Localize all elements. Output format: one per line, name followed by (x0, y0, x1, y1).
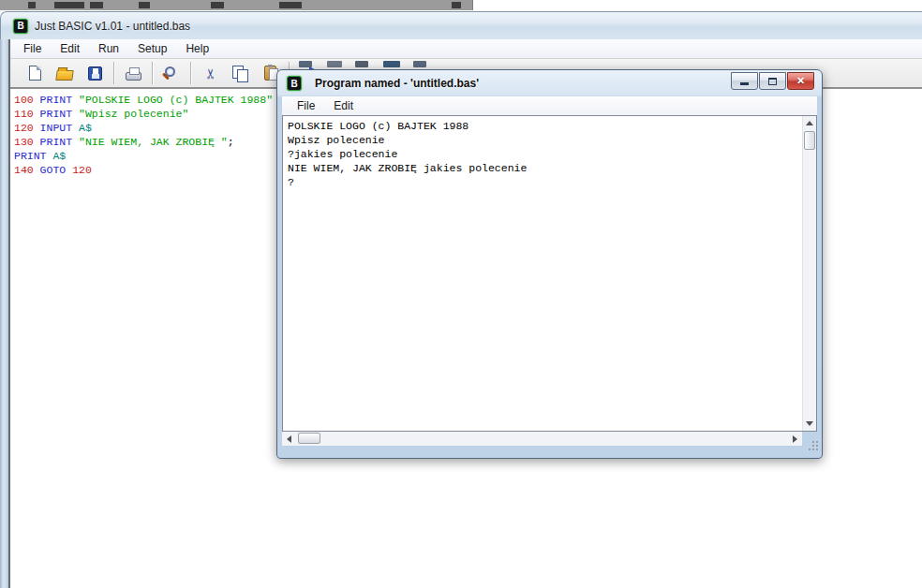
caption-buttons: ✕ (730, 72, 814, 90)
menu-run[interactable]: Run (89, 40, 128, 57)
find-button[interactable] (161, 63, 182, 83)
paste-icon (264, 66, 276, 81)
print-button[interactable] (123, 63, 143, 83)
background-window-artifact (28, 2, 36, 8)
scroll-right-button[interactable] (788, 432, 802, 446)
open-folder-icon (55, 70, 74, 81)
menu-setup[interactable]: Setup (128, 40, 176, 57)
output-text: POLSKIE LOGO (c) BAJTEK 1988Wpisz polece… (283, 116, 802, 431)
screen: B Just BASIC v1.01 - untitled.bas File E… (0, 0, 922, 588)
background-window-artifact (139, 2, 150, 8)
output-line: NIE WIEM, JAK ZROBIĘ jakies polecenie (288, 161, 802, 175)
cut-icon: ✂ (202, 67, 216, 80)
dialog-menu-file[interactable]: File (288, 97, 324, 114)
dialog-menubar: File Edit (282, 96, 817, 115)
toolbar-icon-partial (327, 61, 342, 67)
open-file-button[interactable] (54, 63, 75, 83)
toolbar-icon-partial (413, 61, 426, 67)
scroll-left-button[interactable] (282, 432, 296, 446)
horizontal-scroll-thumb[interactable] (298, 433, 320, 444)
background-window-artifact (452, 2, 461, 8)
copy-icon (232, 66, 247, 81)
save-button[interactable] (84, 63, 105, 83)
toolbar-icon-partial (383, 61, 400, 67)
toolbar-separator (190, 62, 191, 84)
menu-help[interactable]: Help (176, 40, 218, 57)
background-window-artifact (211, 2, 224, 8)
menu-edit[interactable]: Edit (51, 40, 89, 57)
output-line: POLSKIE LOGO (c) BAJTEK 1988 (288, 119, 802, 133)
window-left-frame (0, 39, 8, 588)
background-window-fragment (0, 0, 473, 10)
close-icon: ✕ (796, 76, 805, 86)
menu-file[interactable]: File (14, 40, 51, 57)
background-window-artifact (279, 2, 302, 8)
vertical-scrollbar[interactable] (802, 116, 816, 431)
save-icon (88, 66, 102, 81)
new-file-button[interactable] (24, 63, 45, 83)
scroll-up-button[interactable] (803, 116, 816, 130)
resize-grip[interactable] (802, 432, 817, 446)
output-line: ? (288, 175, 802, 189)
toolbar-separator (152, 62, 153, 84)
horizontal-scrollbar[interactable] (282, 432, 802, 446)
output-line: Wpisz polecenie (288, 133, 802, 147)
program-output-window: B Program named - 'untitled.bas' ✕ File … (276, 69, 823, 459)
minimize-icon (740, 82, 749, 85)
dialog-titlebar[interactable]: B Program named - 'untitled.bas' ✕ (277, 70, 822, 96)
toolbar-icon-partial (299, 61, 312, 67)
main-titlebar[interactable]: B Just BASIC v1.01 - untitled.bas (0, 11, 922, 39)
toolbar-icon-partial (355, 61, 368, 67)
output-line: ?jakies polecenie (288, 147, 802, 161)
vertical-scroll-thumb[interactable] (804, 131, 815, 150)
copy-button[interactable] (230, 63, 250, 83)
output-panel[interactable]: POLSKIE LOGO (c) BAJTEK 1988Wpisz polece… (282, 115, 817, 432)
arrow-down-icon (806, 421, 813, 426)
toolbar-separator (113, 62, 114, 84)
main-window-title: Just BASIC v1.01 - untitled.bas (35, 20, 190, 33)
app-icon: B (13, 19, 28, 34)
arrow-right-icon (793, 435, 797, 443)
dialog-title: Program named - 'untitled.bas' (315, 77, 479, 90)
scroll-down-button[interactable] (803, 417, 816, 431)
new-file-icon (29, 66, 41, 81)
find-icon (165, 66, 175, 77)
close-button[interactable]: ✕ (787, 72, 814, 90)
minimize-button[interactable] (731, 72, 758, 90)
dialog-app-icon: B (287, 76, 302, 91)
restore-icon (768, 78, 777, 85)
dialog-menu-edit[interactable]: Edit (324, 97, 363, 114)
arrow-up-icon (806, 121, 813, 125)
background-window-artifact (90, 2, 103, 8)
arrow-left-icon (287, 435, 291, 443)
main-menubar: File Edit Run Setup Help (10, 39, 922, 58)
print-icon (126, 72, 141, 81)
background-window-artifact (54, 2, 84, 8)
maximize-button[interactable] (759, 72, 786, 90)
cut-button[interactable]: ✂ (200, 63, 220, 83)
